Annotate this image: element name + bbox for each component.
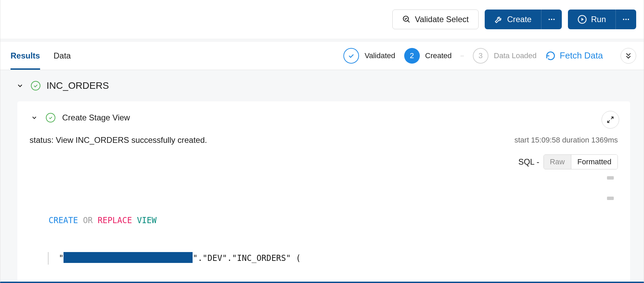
step-data-loaded-label: Data Loaded xyxy=(494,51,537,60)
kw-view: VIEW xyxy=(137,216,157,225)
sql-format-row: SQL - Raw Formatted xyxy=(30,154,618,169)
expand-panel-button[interactable] xyxy=(602,111,619,129)
expand-icon xyxy=(607,116,614,123)
refresh-icon xyxy=(545,51,556,61)
dots-horizontal-icon xyxy=(548,15,556,23)
svg-line-10 xyxy=(611,117,613,119)
scrollbar-handle-top[interactable] xyxy=(607,176,614,180)
chevron-double-down-icon xyxy=(624,52,632,60)
create-label: Create xyxy=(507,15,532,24)
results-content: INC_ORDERS Create Stage View status: Vie… xyxy=(0,70,644,283)
create-button-group: Create xyxy=(485,10,562,29)
paren-open: ( xyxy=(296,253,301,263)
step-number-3: 3 xyxy=(473,48,488,64)
redacted-schema xyxy=(64,252,193,263)
svg-point-3 xyxy=(551,19,552,20)
tab-data[interactable]: Data xyxy=(54,41,71,70)
toolbar-divider xyxy=(0,39,644,41)
svg-point-4 xyxy=(553,19,555,20)
magnifier-check-icon xyxy=(402,15,411,24)
svg-point-2 xyxy=(549,19,550,20)
status-row: status: View INC_ORDERS successfully cre… xyxy=(30,135,618,145)
step-validated-label: Validated xyxy=(364,51,395,60)
svg-marker-6 xyxy=(582,18,584,21)
run-button-group: Run xyxy=(568,10,636,29)
sql-line-1: CREATE OR REPLACE VIEW xyxy=(49,214,618,227)
validate-select-button[interactable]: Validate Select xyxy=(392,10,479,29)
sql-line-2: ""."DEV"."INC_ORDERS" ( xyxy=(49,252,618,265)
step-created: 2 Created xyxy=(404,48,452,64)
section-header-inc-orders[interactable]: INC_ORDERS xyxy=(0,70,644,101)
create-more-button[interactable] xyxy=(541,10,562,29)
result-tabs: Results Data xyxy=(11,41,71,70)
run-label: Run xyxy=(591,15,606,24)
scrollbar-handle[interactable] xyxy=(607,197,614,200)
collapse-all-button[interactable] xyxy=(621,48,636,64)
svg-point-8 xyxy=(625,19,627,20)
fetch-data-label: Fetch Data xyxy=(560,50,603,61)
tab-results[interactable]: Results xyxy=(11,41,40,70)
step-separator: – xyxy=(461,52,464,59)
validate-select-label: Validate Select xyxy=(415,15,469,24)
play-circle-icon xyxy=(577,15,587,24)
dots-horizontal-icon xyxy=(622,15,630,23)
chevron-down-icon xyxy=(15,82,25,89)
pipeline-steps: Validated 2 Created – 3 Data Loaded Fetc… xyxy=(343,48,636,64)
kw-replace: REPLACE xyxy=(98,216,132,225)
svg-line-11 xyxy=(608,120,610,122)
panel-header[interactable]: Create Stage View xyxy=(30,113,618,122)
create-stage-view-panel: Create Stage View status: View INC_ORDER… xyxy=(17,101,630,283)
quote-open: " xyxy=(59,253,64,263)
toggle-raw[interactable]: Raw xyxy=(544,155,571,169)
path-suffix: "."DEV"."INC_ORDERS" xyxy=(193,253,291,263)
step-created-label: Created xyxy=(425,51,452,60)
sql-code-block: CREATE OR REPLACE VIEW ""."DEV"."INC_ORD… xyxy=(30,176,618,283)
create-button[interactable]: Create xyxy=(485,10,541,29)
kw-create: CREATE xyxy=(49,216,78,225)
svg-point-7 xyxy=(623,19,624,20)
step-number-2: 2 xyxy=(404,48,420,64)
section-title: INC_ORDERS xyxy=(47,80,109,91)
wrench-icon xyxy=(494,15,503,24)
step-data-loaded: 3 Data Loaded xyxy=(473,48,537,64)
toggle-formatted[interactable]: Formatted xyxy=(571,155,618,169)
run-button[interactable]: Run xyxy=(568,10,615,29)
step-validated: Validated xyxy=(343,48,395,64)
success-check-icon xyxy=(46,113,55,122)
action-toolbar: Validate Select Create xyxy=(0,0,644,39)
sql-format-toggle: Raw Formatted xyxy=(543,154,618,169)
status-bar: Results Data Validated 2 Created – 3 Dat… xyxy=(0,41,644,70)
svg-line-1 xyxy=(408,20,409,22)
panel-title: Create Stage View xyxy=(62,113,130,122)
svg-point-9 xyxy=(628,19,629,20)
execution-meta: start 15:09:58 duration 1369ms xyxy=(514,136,618,145)
run-more-button[interactable] xyxy=(615,10,636,29)
status-message: status: View INC_ORDERS successfully cre… xyxy=(30,135,207,145)
kw-or: OR xyxy=(83,216,93,225)
chevron-down-icon xyxy=(30,114,39,121)
fetch-data-button[interactable]: Fetch Data xyxy=(545,50,603,61)
check-circle-icon xyxy=(343,48,359,64)
success-check-icon xyxy=(31,81,40,90)
sql-label: SQL - xyxy=(518,157,539,167)
